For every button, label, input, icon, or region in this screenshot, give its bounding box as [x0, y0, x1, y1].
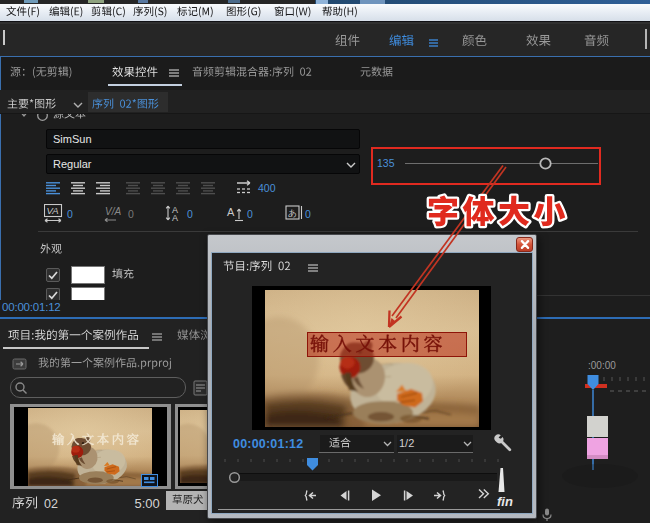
svg-text:あ: あ	[288, 208, 297, 218]
svg-text:A: A	[227, 206, 235, 218]
svg-text:VA: VA	[47, 205, 59, 216]
svg-text:V/A: V/A	[105, 206, 121, 217]
svg-text:A: A	[172, 213, 178, 222]
